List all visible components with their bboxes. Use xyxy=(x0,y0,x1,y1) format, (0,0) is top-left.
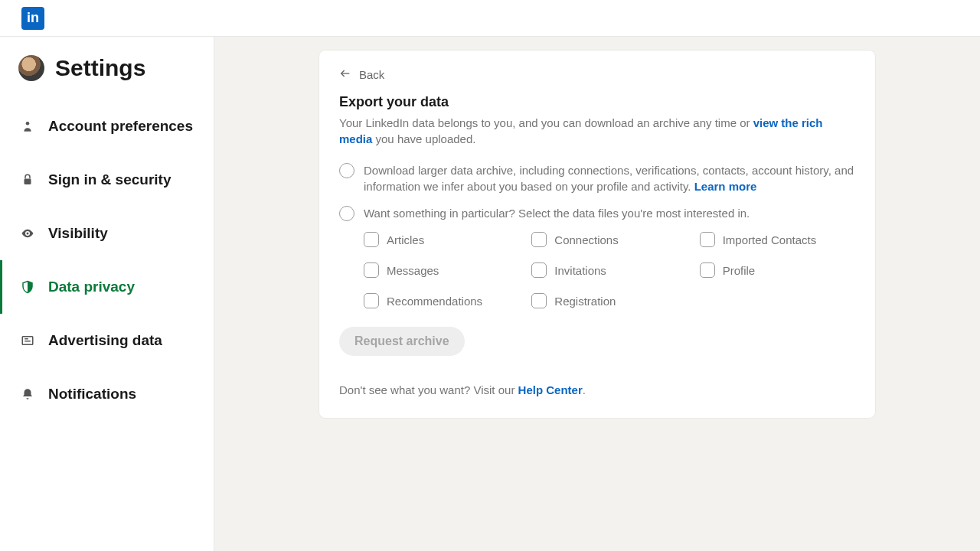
checkbox-input[interactable] xyxy=(531,293,547,308)
bell-icon xyxy=(21,387,34,401)
back-button[interactable]: Back xyxy=(339,67,384,82)
sidebar-item-label: Visibility xyxy=(48,225,108,242)
checkbox-label: Invitations xyxy=(554,264,606,277)
checkbox-label: Imported Contacts xyxy=(723,233,817,246)
checkbox-registration[interactable]: Registration xyxy=(531,293,687,308)
footer-prefix: Don't see what you want? Visit our xyxy=(339,383,518,396)
sidebar-item-label: Advertising data xyxy=(48,332,162,349)
radio-input[interactable] xyxy=(339,206,354,221)
sidebar-item-advertising-data[interactable]: Advertising data xyxy=(0,314,214,367)
main-content: Back Export your data Your LinkedIn data… xyxy=(214,37,980,551)
checkbox-invitations[interactable]: Invitations xyxy=(531,262,687,278)
checkbox-input[interactable] xyxy=(364,262,379,278)
checkbox-input[interactable] xyxy=(531,232,547,247)
request-archive-button[interactable]: Request archive xyxy=(339,327,465,356)
radio-label: Want something in particular? Select the… xyxy=(364,205,750,221)
sidebar-item-label: Account preferences xyxy=(48,118,193,135)
linkedin-logo-icon[interactable]: in xyxy=(21,7,44,30)
sidebar-item-label: Notifications xyxy=(48,386,136,403)
svg-point-2 xyxy=(27,233,29,235)
footer-text: Don't see what you want? Visit our Help … xyxy=(339,383,855,396)
topbar: in xyxy=(0,0,980,37)
checkbox-articles[interactable]: Articles xyxy=(364,232,519,247)
checkbox-connections[interactable]: Connections xyxy=(531,232,687,247)
avatar[interactable] xyxy=(18,55,44,81)
svg-point-0 xyxy=(26,122,30,126)
back-label: Back xyxy=(359,68,384,81)
radio1-text: Download larger data archive, including … xyxy=(364,164,854,193)
export-data-card: Back Export your data Your LinkedIn data… xyxy=(319,51,875,418)
checkbox-label: Messages xyxy=(387,264,439,277)
help-center-link[interactable]: Help Center xyxy=(518,383,583,396)
checkbox-input[interactable] xyxy=(700,262,715,278)
checkbox-input[interactable] xyxy=(531,262,547,278)
checkbox-input[interactable] xyxy=(700,232,715,247)
sidebar-item-label: Sign in & security xyxy=(48,171,171,188)
radio-input[interactable] xyxy=(339,163,354,178)
checkbox-input[interactable] xyxy=(364,293,379,308)
checkbox-recommendations[interactable]: Recommendations xyxy=(364,293,519,308)
sidebar: Settings Account preferences Sign in & s… xyxy=(0,37,214,551)
shield-icon xyxy=(21,280,34,294)
checkbox-label: Connections xyxy=(554,233,618,246)
svg-rect-1 xyxy=(24,179,31,185)
checkbox-input[interactable] xyxy=(364,232,379,247)
card-title: Export your data xyxy=(339,94,855,110)
radio-option-specific[interactable]: Want something in particular? Select the… xyxy=(339,205,855,221)
newspaper-icon xyxy=(21,334,34,347)
checkbox-grid: Articles Connections Imported Contacts M… xyxy=(339,232,855,308)
sidebar-item-data-privacy[interactable]: Data privacy xyxy=(0,260,214,314)
radio-option-full-archive[interactable]: Download larger data archive, including … xyxy=(339,162,855,194)
checkbox-label: Articles xyxy=(387,233,424,246)
eye-icon xyxy=(21,227,34,240)
checkbox-messages[interactable]: Messages xyxy=(364,262,519,278)
radio-label: Download larger data archive, including … xyxy=(364,162,855,194)
checkbox-label: Registration xyxy=(554,295,616,308)
sidebar-header: Settings xyxy=(0,55,214,99)
checkbox-profile[interactable]: Profile xyxy=(700,262,855,278)
card-description: Your LinkedIn data belongs to you, and y… xyxy=(339,115,855,147)
sidebar-item-label: Data privacy xyxy=(48,279,135,295)
sidebar-item-notifications[interactable]: Notifications xyxy=(0,367,214,421)
page-title: Settings xyxy=(55,55,145,81)
desc-text: Your LinkedIn data belongs to you, and y… xyxy=(339,116,753,129)
learn-more-link[interactable]: Learn more xyxy=(694,180,757,193)
checkbox-label: Recommendations xyxy=(387,295,482,308)
checkbox-label: Profile xyxy=(723,264,756,277)
sidebar-item-signin-security[interactable]: Sign in & security xyxy=(0,153,214,207)
checkbox-imported-contacts[interactable]: Imported Contacts xyxy=(700,232,855,247)
desc-text-suffix: you have uploaded. xyxy=(372,132,475,145)
sidebar-item-account-preferences[interactable]: Account preferences xyxy=(0,99,214,153)
sidebar-item-visibility[interactable]: Visibility xyxy=(0,207,214,260)
lock-icon xyxy=(21,173,34,187)
arrow-left-icon xyxy=(339,67,351,82)
person-icon xyxy=(21,119,34,133)
footer-suffix: . xyxy=(583,383,586,396)
